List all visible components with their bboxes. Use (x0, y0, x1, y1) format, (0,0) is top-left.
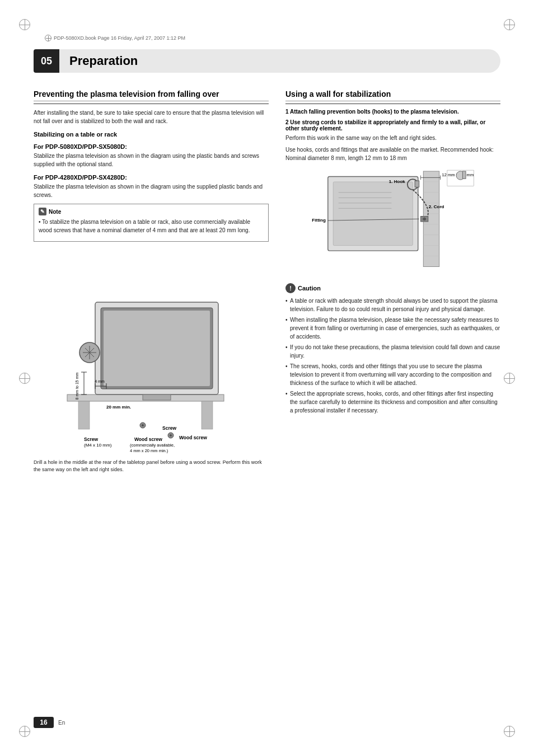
caution-item-4: The screws, hooks, cords and other fitti… (285, 362, 500, 387)
svg-text:8 mm to 15 mm: 8 mm to 15 mm (75, 373, 79, 400)
page-number: 16 (34, 717, 54, 728)
right-section-title: Using a wall for stabilization (285, 90, 500, 101)
caution-item-1: A table or rack with adequate strength s… (285, 297, 500, 313)
page-footer: 16 En (34, 717, 65, 728)
reg-mark-top-right (502, 17, 517, 32)
subsection1-model2: For PDP-4280XD/PDP-SX4280D: (34, 174, 269, 181)
reg-mark-top-left (17, 17, 32, 32)
caution-label: Caution (298, 285, 321, 292)
svg-point-52 (423, 217, 426, 220)
svg-text:2. Cord: 2. Cord (429, 204, 444, 209)
footer-text: Drill a hole in the middle at the rear o… (34, 459, 269, 473)
step2-body: Perform this work in the same way on the… (285, 134, 500, 142)
svg-text:4 mm: 4 mm (95, 379, 105, 383)
left-diagram: 8 mm to 15 mm 4 mm 20 mm min. Screw (M (34, 246, 269, 459)
caution-item-3: If you do not take these precautions, th… (285, 343, 500, 360)
note-label: Note (49, 209, 61, 215)
subsection1-title: Stabilizing on a table or rack (34, 131, 269, 138)
file-info-text: PDP-5080XD.book Page 16 Friday, April 27… (54, 35, 185, 41)
content-area: Preventing the plasma television from fa… (34, 90, 500, 700)
svg-rect-50 (415, 181, 419, 187)
svg-rect-2 (202, 401, 213, 429)
caution-item-5: Select the appropriate screws, hooks, co… (285, 389, 500, 415)
left-column: Preventing the plasma television from fa… (34, 90, 269, 700)
svg-rect-44 (333, 182, 413, 246)
reg-mark-mid-right (502, 370, 517, 386)
step2-body2: Use hooks, cords and fittings that are a… (285, 145, 500, 162)
right-diagram: 1. Hook 2. Cord Fitting 12 mm to 18 mm (285, 166, 500, 278)
right-divider (285, 104, 500, 104)
chapter-header: 05 Preparation (34, 49, 500, 73)
svg-text:Wood screw: Wood screw (134, 436, 162, 442)
left-diagram-svg: 8 mm to 15 mm 4 mm 20 mm min. Screw (M (34, 246, 269, 459)
svg-text:Fitting: Fitting (312, 218, 326, 223)
svg-text:20 mm min.: 20 mm min. (106, 405, 131, 410)
file-info-bar: PDP-5080XD.book Page 16 Friday, April 27… (45, 35, 185, 41)
note-box: ✎ Note • To stabilize the plasma televis… (34, 204, 269, 242)
caution-header: ! Caution (285, 283, 500, 293)
left-divider (34, 104, 269, 104)
step2-text: 2 Use strong cords to stabilize it appro… (285, 119, 500, 132)
svg-rect-5 (104, 311, 210, 386)
chapter-title-box: Preparation (59, 49, 500, 73)
svg-text:Screw: Screw (162, 425, 176, 431)
svg-rect-63 (462, 171, 466, 179)
note-icon: ✎ (39, 208, 46, 215)
chapter-title: Preparation (69, 54, 138, 68)
subsection1-text2: Stabilize the plasma television as shown… (34, 182, 269, 199)
page-lang: En (58, 720, 65, 726)
svg-rect-6 (143, 395, 171, 400)
right-diagram-svg: 1. Hook 2. Cord Fitting 12 mm to 18 mm (285, 166, 487, 278)
caution-list: A table or rack with adequate strength s… (285, 297, 500, 415)
reg-mark-bottom-right (502, 724, 517, 739)
svg-text:(commercially available,: (commercially available, (130, 443, 175, 448)
left-section-title: Preventing the plasma television from fa… (34, 90, 269, 101)
right-column: Using a wall for stabilization 1 Attach … (285, 90, 500, 700)
file-info-arrow-icon (45, 35, 51, 41)
svg-text:4 mm x 20 mm min.): 4 mm x 20 mm min.) (130, 448, 168, 453)
subsection1-model1: For PDP-5080XD/PDP-SX5080D: (34, 143, 269, 150)
caution-icon: ! (285, 283, 296, 293)
chapter-number: 05 (34, 49, 59, 73)
note-header: ✎ Note (39, 208, 264, 215)
reg-mark-bottom-left (17, 724, 32, 739)
svg-text:(M4 x 10 mm): (M4 x 10 mm) (84, 443, 112, 448)
intro-text: After installing the stand, be sure to t… (34, 109, 269, 125)
svg-text:Screw: Screw (84, 436, 98, 442)
subsection1-text1: Stabilize the plasma television as shown… (34, 152, 269, 168)
note-bullet-text: • To stabilize the plasma television on … (39, 218, 264, 234)
svg-rect-1 (78, 401, 90, 429)
caution-box: ! Caution A table or rack with adequate … (285, 283, 500, 415)
reg-mark-mid-left (17, 370, 32, 386)
svg-text:1. Hook: 1. Hook (389, 179, 406, 184)
svg-text:Wood screw: Wood screw (179, 435, 207, 440)
caution-item-2: When installing the plasma television, p… (285, 316, 500, 341)
step1-text: 1 Attach falling prevention bolts (hooks… (285, 109, 500, 115)
